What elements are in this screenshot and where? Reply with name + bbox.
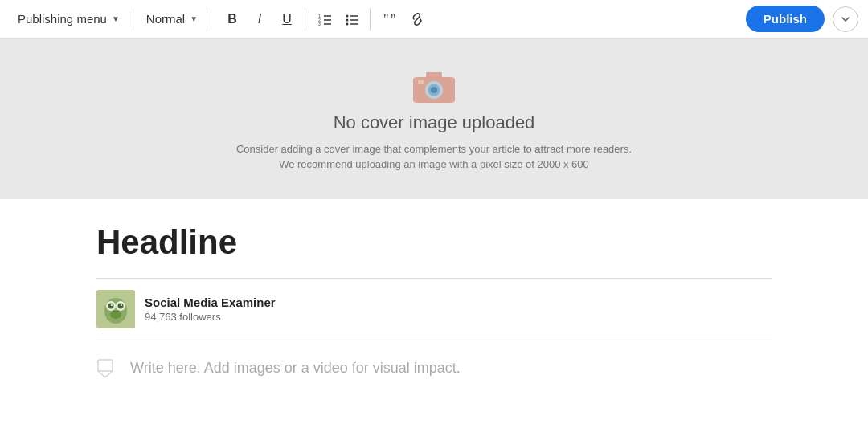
quote-icon: " "	[383, 12, 397, 26]
avatar-image	[96, 290, 135, 328]
toolbar: Publishing menu ▼ Normal ▼ B I U 1. 2. 3…	[0, 0, 868, 39]
quote-button[interactable]: " "	[377, 6, 403, 32]
link-button[interactable]	[404, 6, 430, 32]
publishing-menu-chevron: ▼	[112, 14, 120, 23]
list-buttons: 1. 2. 3.	[312, 6, 365, 32]
ordered-list-icon: 1. 2. 3.	[317, 12, 332, 26]
toolbar-divider-2	[211, 8, 211, 31]
italic-button[interactable]: I	[247, 6, 272, 32]
svg-text:3.: 3.	[318, 22, 321, 26]
publishing-menu-label: Publishing menu	[18, 12, 107, 26]
svg-point-25	[111, 304, 113, 306]
publishing-menu-button[interactable]: Publishing menu ▼	[10, 7, 128, 31]
svg-rect-18	[418, 80, 424, 84]
write-prompt[interactable]: Write here. Add images or a video for vi…	[130, 360, 461, 377]
write-row[interactable]: Write here. Add images or a video for vi…	[96, 356, 772, 379]
svg-point-7	[346, 18, 349, 21]
underline-button[interactable]: U	[274, 6, 300, 32]
collapse-icon	[840, 14, 851, 25]
headline[interactable]: Headline	[96, 223, 772, 262]
author-avatar	[96, 290, 135, 328]
author-followers: 94,763 followers	[145, 311, 276, 323]
bold-button[interactable]: B	[219, 6, 245, 32]
format-buttons: B I U	[219, 6, 300, 32]
cover-area[interactable]: No cover image uploaded Consider adding …	[0, 39, 868, 199]
ordered-list-button[interactable]: 1. 2. 3.	[312, 6, 338, 32]
extra-format-buttons: " "	[377, 6, 430, 32]
svg-line-29	[98, 371, 104, 377]
content-area: Headline Social Media	[0, 199, 868, 395]
svg-rect-28	[98, 360, 113, 371]
svg-point-24	[118, 304, 124, 309]
style-selector[interactable]: Normal ▼	[138, 7, 206, 31]
author-name: Social Media Examiner	[145, 295, 276, 309]
style-chevron: ▼	[190, 14, 198, 23]
svg-point-17	[431, 87, 437, 93]
svg-point-6	[346, 14, 349, 17]
author-row: Social Media Examiner 94,763 followers	[96, 278, 772, 340]
cover-title: No cover image uploaded	[334, 112, 535, 133]
unordered-list-icon	[345, 12, 359, 26]
style-label: Normal	[146, 12, 185, 26]
svg-text:": "	[391, 12, 396, 26]
link-icon	[410, 12, 424, 26]
toolbar-left: Publishing menu ▼ Normal ▼ B I U 1. 2. 3…	[10, 6, 746, 32]
camera-icon	[411, 66, 457, 104]
unordered-list-button[interactable]	[339, 6, 365, 32]
author-info: Social Media Examiner 94,763 followers	[145, 295, 276, 323]
cover-subtitle: Consider adding a cover image that compl…	[236, 141, 632, 173]
collapse-button[interactable]	[833, 6, 858, 32]
svg-line-30	[106, 371, 113, 377]
toolbar-right: Publish	[746, 6, 858, 32]
svg-point-23	[108, 304, 114, 309]
svg-point-26	[121, 304, 122, 306]
toolbar-divider-3	[305, 8, 305, 31]
write-icon	[96, 356, 119, 379]
svg-text:": "	[383, 12, 389, 26]
svg-point-8	[346, 22, 349, 25]
toolbar-divider-1	[133, 8, 133, 31]
publish-button[interactable]: Publish	[746, 6, 825, 32]
toolbar-divider-4	[370, 8, 371, 31]
